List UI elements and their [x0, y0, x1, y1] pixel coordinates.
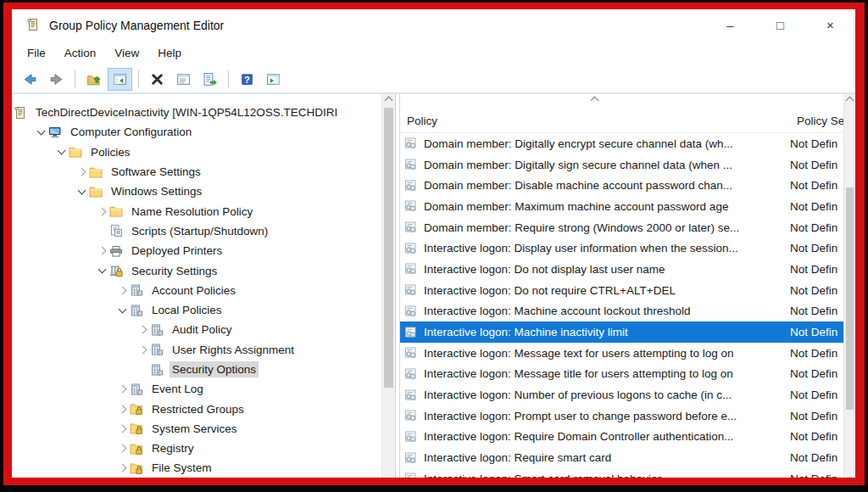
script-icon [109, 224, 124, 238]
scroll-up-icon[interactable] [844, 94, 855, 107]
chevron-expanded-icon[interactable] [75, 190, 89, 193]
policy-row[interactable]: Interactive logon: Number of previous lo… [400, 384, 844, 405]
tree-item-label: Local Policies [149, 302, 225, 318]
list-header: Policy Policy Set [400, 94, 844, 133]
properties-button[interactable] [171, 68, 196, 91]
chevron-collapsed-icon[interactable] [115, 465, 130, 471]
list-scrollbar[interactable] [843, 94, 855, 478]
policy-row[interactable]: Interactive logon: Require smart cardNot… [400, 447, 844, 468]
show-action-pane-button[interactable] [261, 68, 286, 91]
tree-item-deployed-printers[interactable]: Deployed Printers [12, 241, 382, 260]
policy-setting-cell: Not Defin [790, 451, 837, 464]
policy-row[interactable]: Interactive logon: Do not display last u… [400, 259, 844, 280]
tree-item-file-system[interactable]: File System [12, 458, 382, 478]
tree-item-local-policies[interactable]: Local Policies [12, 300, 382, 320]
policy-row[interactable]: Interactive logon: Message title for use… [400, 364, 844, 385]
tree-item-scripts-startup-shutdown[interactable]: Scripts (Startup/Shutdown) [12, 221, 382, 241]
chevron-collapsed-icon[interactable] [115, 426, 130, 432]
policy-row[interactable]: Domain member: Require strong (Windows 2… [400, 217, 844, 238]
policy-row[interactable]: Domain member: Digitally encrypt secure … [400, 133, 844, 154]
chevron-collapsed-icon[interactable] [115, 406, 130, 412]
menu-help[interactable]: Help [148, 43, 191, 63]
action-pane-icon [266, 72, 281, 87]
tree-item-label: Name Resolution Policy [129, 204, 255, 220]
gpo-scroll-icon [26, 18, 41, 32]
policy-setting-cell: Not Defin [790, 410, 837, 422]
tree-item-policies[interactable]: Policies [12, 143, 382, 162]
policy-row[interactable]: Interactive logon: Require Domain Contro… [400, 427, 844, 448]
tree-item-label: Account Policies [149, 282, 238, 299]
chevron-collapsed-icon[interactable] [136, 327, 150, 333]
chevron-expanded-icon[interactable] [34, 131, 48, 134]
policy-row[interactable]: Interactive logon: Machine inactivity li… [400, 321, 844, 343]
policy-row[interactable]: Domain member: Maximum machine account p… [400, 196, 844, 217]
policy-name-cell: Domain member: Disable machine account p… [419, 179, 790, 192]
policy-name-cell: Interactive logon: Smart card removal be… [419, 472, 790, 478]
chevron-collapsed-icon[interactable] [115, 386, 130, 392]
tree-item-label: File System [149, 460, 214, 476]
policy-name-cell: Interactive logon: Do not require CTRL+A… [419, 284, 790, 297]
policy-row[interactable]: Domain member: Disable machine account p… [400, 175, 844, 196]
scroll-up-icon[interactable] [382, 94, 395, 107]
tree-item-techdirectdeviceinactivity-win-1[interactable]: TechDirectDeviceInactivity [WIN-1QP54L12… [12, 103, 382, 122]
help-button[interactable]: ? [235, 68, 259, 91]
tree-item-security-options[interactable]: Security Options [12, 360, 382, 379]
policy-doc-icon [404, 389, 419, 402]
tree-item-audit-policy[interactable]: Audit Policy [12, 320, 382, 339]
menu-action[interactable]: Action [55, 43, 106, 63]
policy-table-icon [130, 304, 144, 317]
menu-file[interactable]: File [18, 43, 55, 63]
show-console-tree-button[interactable] [108, 68, 132, 91]
list-scrollbar-thumb[interactable] [846, 187, 854, 410]
chevron-expanded-icon[interactable] [115, 309, 130, 312]
tree-item-computer-configuration[interactable]: Computer Configuration [12, 122, 382, 142]
chevron-collapsed-icon[interactable] [75, 169, 89, 175]
back-button[interactable] [18, 68, 42, 91]
close-button[interactable]: × [805, 9, 855, 41]
policy-row[interactable]: Interactive logon: Do not require CTRL+A… [400, 280, 844, 301]
policy-row[interactable]: Interactive logon: Smart card removal be… [400, 468, 844, 478]
chevron-expanded-icon[interactable] [54, 150, 69, 154]
maximize-button[interactable]: □ [755, 9, 805, 41]
policy-name-cell: Interactive logon: Message title for use… [419, 367, 790, 380]
title-bar[interactable]: Group Policy Management Editor –□× [12, 9, 855, 41]
minimize-button[interactable]: – [705, 9, 755, 41]
tree-item-account-policies[interactable]: Account Policies [12, 281, 382, 300]
chevron-collapsed-icon[interactable] [95, 248, 109, 254]
tree-item-registry[interactable]: Registry [12, 439, 382, 458]
tree-scrollbar[interactable] [381, 94, 395, 478]
policy-row[interactable]: Domain member: Digitally sign secure cha… [400, 154, 844, 176]
tree-item-software-settings[interactable]: Software Settings [12, 162, 382, 182]
chevron-collapsed-icon[interactable] [115, 445, 130, 451]
tree-item-windows-settings[interactable]: Windows Settings [12, 182, 382, 201]
policy-setting-cell: Not Defin [790, 472, 837, 478]
tree-item-security-settings[interactable]: Security Settings [12, 260, 382, 280]
tree-scrollbar-thumb[interactable] [384, 108, 393, 388]
forward-button[interactable] [44, 68, 69, 91]
policy-setting-cell: Not Defin [790, 430, 837, 443]
tree-item-restricted-groups[interactable]: Restricted Groups [12, 399, 382, 418]
column-header-policy-setting[interactable]: Policy Set [793, 115, 844, 127]
tree-item-user-rights-assignment[interactable]: User Rights Assignment [12, 340, 382, 360]
policy-row[interactable]: Interactive logon: Prompt user to change… [400, 405, 844, 427]
up-one-level-button[interactable] [81, 68, 106, 91]
policy-row[interactable]: Interactive logon: Display user informat… [400, 238, 844, 259]
policy-row[interactable]: Interactive logon: Message text for user… [400, 343, 844, 364]
delete-x-icon [150, 72, 164, 87]
tree-item-event-log[interactable]: Event Log [12, 379, 382, 399]
chevron-expanded-icon[interactable] [95, 269, 109, 272]
chevron-collapsed-icon[interactable] [115, 288, 130, 294]
column-header-policy[interactable]: Policy [400, 115, 793, 127]
chevron-collapsed-icon[interactable] [136, 347, 150, 353]
tree-item-name-resolution-policy[interactable]: Name Resolution Policy [12, 201, 382, 221]
menu-view[interactable]: View [105, 43, 148, 63]
gpme-window: Group Policy Management Editor –□× FileA… [12, 9, 855, 478]
tree-item-system-services[interactable]: System Services [12, 419, 382, 439]
policy-name-cell: Interactive logon: Prompt user to change… [419, 410, 790, 422]
export-list-button[interactable] [198, 68, 222, 91]
delete-button[interactable] [145, 68, 170, 91]
chevron-collapsed-icon[interactable] [95, 209, 109, 215]
policy-doc-icon [404, 262, 419, 276]
policy-row[interactable]: Interactive logon: Machine account locko… [400, 301, 844, 322]
policy-name-cell: Interactive logon: Require smart card [419, 451, 790, 464]
